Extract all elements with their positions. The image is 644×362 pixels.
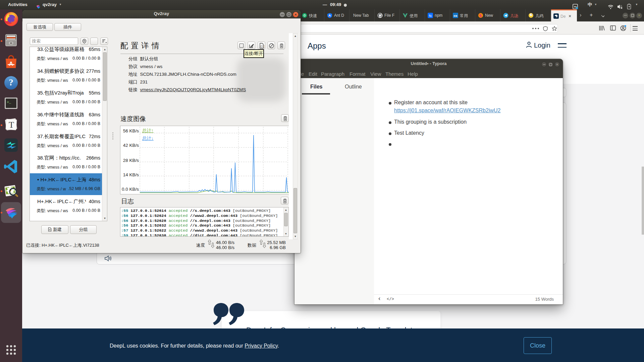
svg-text:总计↑: 总计↑ — [142, 128, 154, 133]
svg-text:知: 知 — [429, 14, 432, 17]
svg-text:14 KB/s: 14 KB/s — [123, 172, 139, 177]
svg-text:>_: >_ — [7, 100, 11, 104]
svg-text:28 KB/s: 28 KB/s — [123, 158, 139, 163]
svg-text:EB: EB — [453, 14, 457, 17]
svg-text:{:}: {:} — [260, 45, 264, 48]
svg-text:0.0 KB/s: 0.0 KB/s — [122, 187, 139, 192]
svg-text:56 KB/s: 56 KB/s — [123, 128, 139, 133]
svg-text:T: T — [9, 120, 14, 130]
svg-text:?: ? — [9, 77, 13, 87]
svg-text:总计↓: 总计↓ — [142, 136, 154, 141]
svg-text:42 KB/s: 42 KB/s — [123, 143, 139, 148]
svg-text:A: A — [9, 61, 13, 67]
